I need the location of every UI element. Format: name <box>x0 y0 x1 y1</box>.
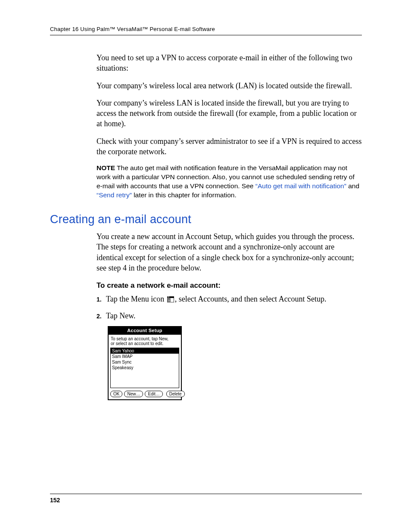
shot-button-bar: OK New… Edit… Delete <box>109 390 181 399</box>
shot-account-list: Sam Yahoo Sam IMAP Sam Sync Speakeasy <box>110 348 179 388</box>
menu-icon <box>167 294 174 306</box>
list-item: Sam Sync <box>111 359 179 365</box>
note-text-after: later in this chapter for information. <box>132 191 237 199</box>
list-item: Sam Yahoo <box>111 348 179 354</box>
xref-auto-get-mail[interactable]: “Auto get mail with notification” <box>255 182 346 190</box>
procedure-title: To create a network e-mail account: <box>97 281 362 291</box>
note-block: NOTE The auto get mail with notification… <box>97 164 362 200</box>
edit-button: Edit… <box>145 391 162 397</box>
section-heading: Creating an e-mail account <box>50 213 362 226</box>
situation-1: Your company’s wireless local area netwo… <box>97 81 362 91</box>
shot-hint: To setup an account, tap New, or select … <box>109 335 181 348</box>
step-2-text: Tap New. <box>106 310 362 322</box>
step-1-text-before: Tap the Menu icon <box>106 295 166 303</box>
step-2-number: 2. <box>97 310 106 322</box>
intro-paragraph: You need to set up a VPN to access corpo… <box>97 53 362 74</box>
shot-hint-line1: To setup an account, tap New, <box>111 336 168 341</box>
ok-button: OK <box>110 391 122 397</box>
footer-rule <box>50 494 362 494</box>
shot-titlebar: Account Setup <box>109 327 181 335</box>
situation-2: Your company’s wireless LAN is located i… <box>97 98 362 129</box>
svg-rect-1 <box>168 297 169 297</box>
list-item: Sam IMAP <box>111 354 179 359</box>
note-label: NOTE <box>97 164 115 171</box>
delete-button: Delete <box>166 391 185 397</box>
account-setup-screenshot: Account Setup To setup an account, tap N… <box>108 326 182 400</box>
list-item: Speakeasy <box>111 365 179 370</box>
xref-send-retry[interactable]: “Send retry” <box>97 191 132 199</box>
shot-hint-line2: or select an account to edit. <box>111 341 163 346</box>
step-1-number: 1. <box>97 293 106 306</box>
step-1-text-after: , select Accounts, and then select Accou… <box>175 295 327 303</box>
note-text-mid: and <box>346 182 359 190</box>
step-1: 1. Tap the Menu icon , select Accounts, … <box>97 293 362 306</box>
section-body: You create a new account in Account Setu… <box>97 231 362 273</box>
new-button: New… <box>124 391 143 397</box>
check-paragraph: Check with your company’s server adminis… <box>97 136 362 157</box>
page-number: 152 <box>50 497 60 504</box>
running-header: Chapter 16 Using Palm™ VersaMail™ Person… <box>50 26 362 35</box>
step-2: 2. Tap New. <box>97 310 362 322</box>
